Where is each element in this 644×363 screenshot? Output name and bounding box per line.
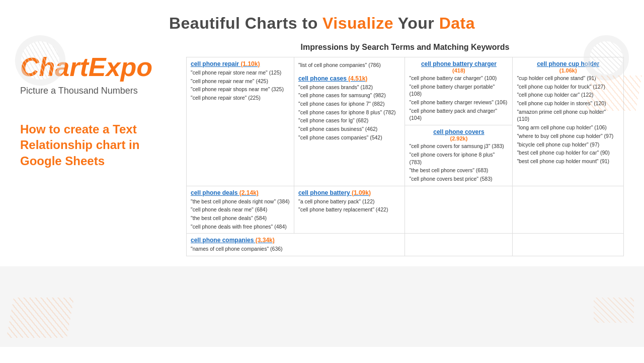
table-row-deals: cell phone deals (2.14k) "the best cell … — [187, 186, 624, 234]
child-cases-7: "cell phone cases companies" (542) — [298, 134, 401, 141]
deco-lines-bottom-right — [594, 298, 634, 323]
child-bc-1: "cell phone battery car charger" (100) — [409, 75, 508, 82]
link-repair[interactable]: cell phone repair (1.10k) — [191, 60, 290, 67]
child-repair-3: "cell phone repair shops near me" (325) — [191, 86, 290, 93]
parent-cell-companies: cell phone companies (3.34k) "names of c… — [187, 234, 405, 256]
child-cases-1: "cell phone cases brands" (182) — [298, 84, 401, 91]
link-battery-charger[interactable]: cell phone battery charger — [421, 60, 497, 67]
child-deals-2: "cell phone deals near me" (684) — [191, 206, 290, 213]
link-deals[interactable]: cell phone deals (2.14k) — [191, 189, 290, 196]
parent-cell-cases: "list of cell phone companies" (786) cel… — [294, 57, 405, 186]
child-ch-7: "where to buy cell phone cup holder" (97… — [517, 132, 619, 140]
child-cov-4: "cell phone covers best price" (583) — [409, 175, 508, 183]
empty-cell-1 — [405, 186, 513, 234]
child-bat-1: "a cell phone battery pack" (122) — [298, 198, 401, 205]
child-comp-1: "names of cell phone companies" (636) — [191, 245, 400, 253]
table-row-top: cell phone repair (1.10k) "cell phone re… — [187, 57, 624, 125]
child-deals-1: "the best cell phone deals right now" (3… — [191, 198, 290, 205]
child-deals-3: "the best cell phone deals" (584) — [191, 214, 290, 222]
child-cov-1: "cell phone covers for samsung j3" (383) — [409, 142, 508, 150]
link-cases[interactable]: cell phone cases (4.51k) — [298, 75, 401, 82]
child-bc-2: "cell phone battery charger portable" (1… — [409, 83, 508, 98]
blog-title: How to create a Text Relationship chart … — [20, 121, 171, 169]
header-prefix: Beautiful Charts to — [169, 14, 323, 32]
parent-cell-battery: cell phone battery (1.09k) "a cell phone… — [294, 186, 405, 234]
child-cases-2: "cell phone cases for samsung" (982) — [298, 92, 401, 99]
child-repair-2: "cell phone repair near me" (425) — [191, 78, 290, 85]
child-cov-3: "the best cell phone covers" (683) — [409, 167, 508, 174]
parent-cell-covers: cell phone covers (2.92k) "cell phone co… — [405, 125, 513, 186]
deco-circle-right — [584, 35, 629, 81]
child-cases-6: "cell phone cases business" (462) — [298, 125, 401, 133]
link-battery[interactable]: cell phone battery (1.09k) — [298, 189, 401, 196]
child-cases-3: "cell phone cases for iphone 7" (882) — [298, 100, 401, 108]
deco-lines-top-right — [586, 76, 642, 111]
table-row-companies: cell phone companies (3.34k) "names of c… — [187, 234, 624, 256]
empty-cell-2 — [513, 186, 624, 234]
child-bc-4: "cell phone battery pack and charger" (1… — [409, 107, 508, 122]
chart-area: Impressions by Search Terms and Matching… — [186, 43, 624, 256]
bottom-section — [0, 266, 644, 347]
child-bc-3: "cell phone battery charger reviews" (10… — [409, 99, 508, 106]
child-cov-2: "cell phone covers for iphone 8 plus" (7… — [409, 151, 508, 166]
child-ch-9: "best cell phone cup holder for car" (90… — [517, 149, 619, 157]
page-header: Beautiful Charts to Visualize Your Data — [0, 0, 644, 38]
child-ch-6: "long arm cell phone cup holder" (106) — [517, 124, 619, 131]
header-middle: Your — [393, 14, 439, 32]
child-ch-8: "bicycle cell phone cup holder" (97) — [517, 141, 619, 149]
empty-cell-3 — [405, 234, 513, 256]
brand-subtitle: Picture a Thousand Numbers — [20, 86, 171, 96]
parent-cell-repair: cell phone repair (1.10k) "cell phone re… — [187, 57, 294, 186]
chart-title: Impressions by Search Terms and Matching… — [186, 43, 624, 52]
empty-cell-4 — [513, 234, 624, 256]
child-bat-2: "cell phone battery replacement" (422) — [298, 206, 401, 213]
child-deals-4: "cell phone deals with free phones" (484… — [191, 223, 290, 231]
child-cases-5: "cell phone cases for lg" (682) — [298, 117, 401, 124]
child-ch-10: "best cell phone cup holder mount" (91) — [517, 158, 619, 165]
deco-lines-bottom-left — [7, 298, 74, 338]
link-covers[interactable]: cell phone covers — [433, 128, 484, 135]
child-cases-4: "cell phone cases for iphone 8 plus" (78… — [298, 109, 401, 116]
header-highlight1: Visualize — [323, 14, 393, 32]
relationship-table: cell phone repair (1.10k) "cell phone re… — [186, 57, 624, 256]
child-repair-4: "cell phone repair store" (225) — [191, 94, 290, 102]
extra-companies-list: "list of cell phone companies" (786) — [298, 61, 401, 69]
page-title: Beautiful Charts to Visualize Your Data — [0, 14, 644, 33]
header-highlight2: Data — [439, 14, 475, 32]
parent-cell-deals: cell phone deals (2.14k) "the best cell … — [187, 186, 294, 234]
link-companies[interactable]: cell phone companies (3.34k) — [191, 237, 400, 244]
main-content: ChartExpo Picture a Thousand Numbers How… — [0, 38, 644, 266]
parent-cell-battery-charger: cell phone battery charger (418) "cell p… — [405, 57, 513, 125]
child-repair-1: "cell phone repair store near me" (125) — [191, 69, 290, 77]
